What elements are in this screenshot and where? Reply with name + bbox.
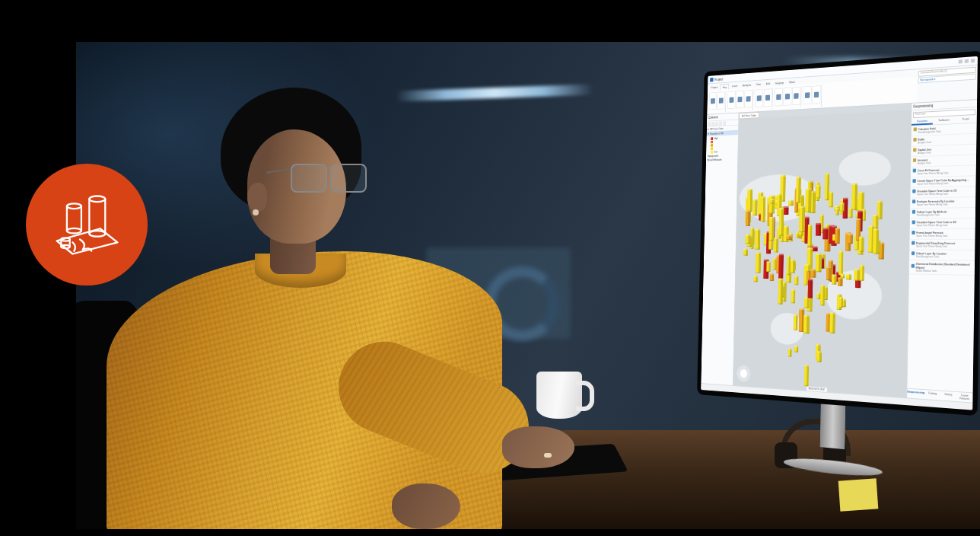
toc-basemap-2[interactable]: World Hillshade: [706, 158, 737, 163]
person: [107, 88, 502, 529]
tool-btn[interactable]: [803, 86, 812, 105]
coffee-mug: [536, 372, 582, 419]
tool-btn[interactable]: [744, 90, 752, 108]
gp-tab[interactable]: Portal: [955, 116, 977, 123]
gp-tool-item[interactable]: Exponential Smoothing ForecastSpace Time…: [909, 240, 975, 250]
maximize-icon[interactable]: [965, 59, 969, 63]
gp-tab[interactable]: Favorites: [912, 119, 933, 126]
ear: [247, 183, 267, 212]
gp-tool-item[interactable]: Directional Distribution (Standard Devia…: [909, 260, 975, 276]
gp-tab[interactable]: Toolboxes: [933, 117, 955, 124]
svg-point-0: [66, 203, 81, 209]
gp-tool-item[interactable]: Evaluate Forecasts By LocationSpace Time…: [910, 197, 975, 209]
tool-btn[interactable]: [783, 88, 791, 106]
workspace: Contents ▸ 3D Time Cube ▾ Visualize in 3…: [701, 100, 977, 402]
app-icon: [710, 78, 713, 82]
legend: HighLow: [706, 135, 738, 155]
sticky-note: [838, 478, 879, 511]
tool-btn[interactable]: [736, 91, 744, 109]
tool-btn[interactable]: [717, 91, 725, 110]
earring: [253, 209, 259, 215]
glasses: [291, 164, 367, 193]
map-view[interactable]: 3D Time Cube 38.05 N 97.13 W: [733, 104, 912, 397]
3d-cylinders-on-map-icon: [51, 189, 123, 261]
tool-btn[interactable]: [775, 88, 783, 106]
minimize-icon[interactable]: [959, 59, 963, 63]
gp-tool-item[interactable]: Forest-based ForecastSpace Time Pattern …: [910, 229, 975, 240]
feature-badge: [26, 164, 148, 286]
app-title: Project: [714, 77, 723, 81]
tool-btn[interactable]: [709, 92, 718, 110]
tool-btn[interactable]: [727, 91, 736, 109]
close-icon[interactable]: [971, 59, 975, 62]
gp-tool-item[interactable]: Subset Layer By AttributeData Management…: [910, 208, 975, 219]
ring: [544, 453, 552, 458]
monitor-stand: [784, 397, 884, 479]
tool-btn[interactable]: [763, 88, 772, 107]
monitor-bezel: Project ProjectMapInsertAnalysisViewEdit…: [697, 50, 980, 416]
svg-point-5: [61, 244, 69, 247]
left-hand: [392, 483, 460, 529]
geoprocessing-pane: Geoprocessing Find Tools FavoritesToolbo…: [906, 100, 977, 402]
hero-photo: Project ProjectMapInsertAnalysisViewEdit…: [76, 42, 980, 529]
svg-point-2: [89, 196, 105, 202]
gis-app-screen: Project ProjectMapInsertAnalysisViewEdit…: [701, 56, 978, 410]
tool-btn[interactable]: [812, 85, 821, 104]
tool-btn[interactable]: [755, 89, 763, 107]
gp-tool-item[interactable]: Visualize Space Time Cube in 2DSpace Tim…: [911, 187, 976, 198]
gp-tool-list: Calculate FieldData Management ToolsBuff…: [907, 123, 976, 393]
monitor: Project ProjectMapInsertAnalysisViewEdit…: [697, 50, 980, 416]
space-time-cubes: [809, 263, 815, 270]
gp-tool-item[interactable]: Subset Layer By LocationData Management …: [909, 250, 975, 261]
right-hand: [502, 426, 574, 468]
tool-btn[interactable]: [792, 87, 800, 105]
svg-point-1: [66, 228, 81, 233]
gp-tool-item[interactable]: Visualize Space Time Cube in 3DSpace Tim…: [910, 219, 975, 229]
svg-point-3: [89, 231, 105, 237]
window-controls[interactable]: [959, 59, 975, 63]
